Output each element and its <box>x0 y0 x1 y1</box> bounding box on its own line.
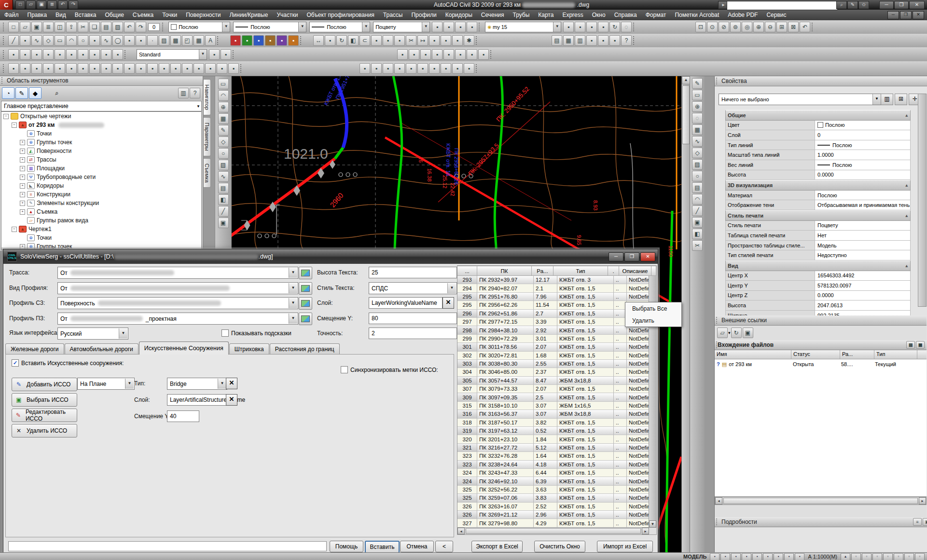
property-value[interactable]: 0 <box>815 130 910 140</box>
annotation-scale-button[interactable]: А 1:1000(М) <box>805 554 840 560</box>
toolbar-grip[interactable] <box>162 23 165 31</box>
autoscale-button[interactable]: ▫ <box>872 553 882 560</box>
dim-radius-icon[interactable]: ▪ <box>124 63 135 74</box>
scroll-up-icon[interactable]: ▲ <box>682 76 690 84</box>
text-style-combo[interactable]: СПДС▼ <box>369 282 457 294</box>
layer-isolate-icon[interactable]: ▪ <box>455 22 466 32</box>
profile-tools-icon[interactable]: ▪ <box>89 49 100 60</box>
tab-Искусственные Сооружения[interactable]: Искусственные Сооружения <box>139 341 229 355</box>
osnap-perpendicular-icon[interactable]: ▪ <box>441 63 451 74</box>
fillet-icon[interactable]: ▪ <box>452 35 463 46</box>
menu-Карта[interactable]: Карта <box>534 10 558 20</box>
chevron-up-icon[interactable]: ▴ <box>841 553 850 560</box>
alignment-tools-icon[interactable]: ▪ <box>78 49 88 60</box>
properties-scrollbar[interactable] <box>918 94 927 307</box>
scroll-thumb[interactable] <box>682 85 690 144</box>
tray-settings-button[interactable]: ▫ <box>904 553 914 560</box>
vtool-right-icon-2[interactable]: ⊕ <box>692 101 703 112</box>
table-row[interactable]: 325ПК 3252+56.223.63КЖБТ отв. 1,5..NotDe… <box>457 486 649 494</box>
layer-lock-icon[interactable]: ▪ <box>598 22 609 32</box>
vtool-right-icon-5[interactable]: ∿ <box>692 136 703 147</box>
language-combo[interactable]: Русский▼ <box>57 328 128 340</box>
column-header-Ра...[interactable]: Ра... <box>532 266 553 276</box>
property-value[interactable]: Послою <box>815 140 910 150</box>
communication-center-icon[interactable]: ✎ <box>847 1 858 9</box>
clear-structure-type-button[interactable]: ✕ <box>226 378 237 389</box>
ПрофильПЗ-combo[interactable]: От_проектная▼ <box>57 313 298 325</box>
qnew-icon[interactable]: □ <box>8 22 19 32</box>
table-row[interactable]: 327ПК 3279+98.804.29КЖБТ отв. 1,5..NotDe… <box>457 519 649 527</box>
section-Общие[interactable]: Общие <box>725 110 911 121</box>
vtool-left-icon-3[interactable]: ▦ <box>218 113 229 124</box>
doc-close-button[interactable]: ✕ <box>913 11 924 19</box>
tree-item-Поверхности[interactable]: +◭Поверхности <box>1 147 201 155</box>
open-icon[interactable]: ▱ <box>26 0 36 9</box>
scale-icon[interactable]: ▪ <box>394 35 405 46</box>
zoom-all-icon[interactable]: ⊞ <box>776 22 787 32</box>
table-row[interactable]: 298ПК 2984+38.102.92КЖБТ отв. 1,5..NotDe… <box>457 326 649 334</box>
menu-Сервис[interactable]: Сервис <box>762 10 790 20</box>
osnap-nearest-icon[interactable]: ▪ <box>464 63 474 74</box>
expand-icon[interactable]: + <box>20 166 25 171</box>
properties-header[interactable]: Свойства <box>715 76 927 86</box>
layer-freeze-icon[interactable]: ▪ <box>586 22 597 32</box>
tab-Автомобильные дороги[interactable]: Автомобильные дороги <box>65 343 138 355</box>
section-Вид[interactable]: Вид <box>725 260 911 271</box>
property-value[interactable]: Нет <box>815 231 910 240</box>
отмена-button[interactable]: Отмена <box>400 541 434 552</box>
point-style-icon[interactable]: ▪ <box>228 63 239 74</box>
expand-icon[interactable]: + <box>20 201 25 206</box>
search-input[interactable] <box>727 1 838 10</box>
tree-item-Площадки[interactable]: +▦Площадки <box>1 164 201 173</box>
collapse-icon[interactable]: − <box>3 114 9 119</box>
vtool-right-icon-0[interactable]: ✎ <box>692 78 703 89</box>
toolbar-grip[interactable] <box>233 50 235 59</box>
ducs-toggle[interactable]: ▪ <box>774 553 783 560</box>
clean-screen-button[interactable]: ▫ <box>915 553 925 560</box>
toolbar-lock-button[interactable]: ▫ <box>894 553 903 560</box>
copy-object-icon[interactable]: ▪ <box>325 35 335 46</box>
pick-from-drawing-button[interactable] <box>299 282 312 295</box>
zoom-object-icon[interactable]: ◎ <box>742 22 752 32</box>
chamfer-icon[interactable]: ▪ <box>441 35 451 46</box>
save-xref-icon[interactable]: ▣ <box>743 328 753 338</box>
property-value[interactable]: Недоступно <box>815 250 910 260</box>
zoom-extents-icon[interactable]: ⊠ <box>788 22 799 32</box>
Импорт-из-Excel-button[interactable]: Импорт из Excel <box>597 541 653 552</box>
tab-Расстояния до границ[interactable]: Расстояния до границ <box>270 343 340 355</box>
menu-Объект профилирования[interactable]: Объект профилирования <box>302 10 378 20</box>
match-properties-icon[interactable]: ▨ <box>112 22 123 32</box>
vtool-right-icon-14[interactable]: ✂ <box>692 240 703 251</box>
column-header-Описание[interactable]: Описание <box>619 266 651 276</box>
tab-Штриховка[interactable]: Штриховка <box>229 343 269 355</box>
menu-Вставка[interactable]: Вставка <box>70 10 101 20</box>
zoom-window-icon[interactable]: ⊡ <box>695 22 706 32</box>
vtool-right-icon-10[interactable]: ◠ <box>692 194 703 205</box>
pipe-network-icon[interactable]: ▪ <box>277 35 287 46</box>
line-icon[interactable]: ╱ <box>8 35 19 46</box>
tree-view-icon[interactable]: ▦ <box>916 341 925 349</box>
tree-item-Коридоры[interactable]: +◣Коридоры <box>1 181 201 190</box>
rotate-icon[interactable]: ↻ <box>336 35 347 46</box>
table-row[interactable]: 295ПК 2951+76.807.96КЖБТ отв. 1,5..NotDe… <box>457 293 649 301</box>
table-row[interactable]: 321ПК 3216+27.725.12КЖБТ отв. 1,5..NotDe… <box>457 444 649 452</box>
zoom-dynamic-icon[interactable]: ⊙ <box>707 22 718 32</box>
menu-Трассы[interactable]: Трассы <box>379 10 407 20</box>
xref-column-Статус[interactable]: Статус <box>791 350 840 359</box>
expand-icon[interactable]: + <box>20 140 25 145</box>
osnap-intersection-icon[interactable]: ▪ <box>417 63 428 74</box>
sheet-set-manager-icon[interactable]: ▪ <box>586 35 597 46</box>
area-tool-icon[interactable]: ▪ <box>420 49 431 60</box>
grading-icon[interactable]: ▪ <box>288 35 299 46</box>
Экспорт-в-Excel-button[interactable]: Экспорт в Excel <box>471 541 523 552</box>
doc-restore-button[interactable]: ❐ <box>900 11 912 19</box>
style-manager-icon[interactable]: ▪ <box>209 49 220 60</box>
menu-Линии/Кривые[interactable]: Линии/Кривые <box>225 10 272 20</box>
toolbar-grip[interactable] <box>633 23 636 31</box>
layer-states-icon[interactable]: ▪ <box>443 22 454 32</box>
multiline-text-icon[interactable]: A <box>205 35 216 46</box>
vtool-right-icon-3[interactable]: ◌ <box>692 113 703 123</box>
profile-create-icon[interactable]: ▪ <box>253 35 264 46</box>
side-tab-Съемка[interactable]: Съемка <box>203 158 211 188</box>
time-tool-icon[interactable]: ▪ <box>455 49 466 60</box>
